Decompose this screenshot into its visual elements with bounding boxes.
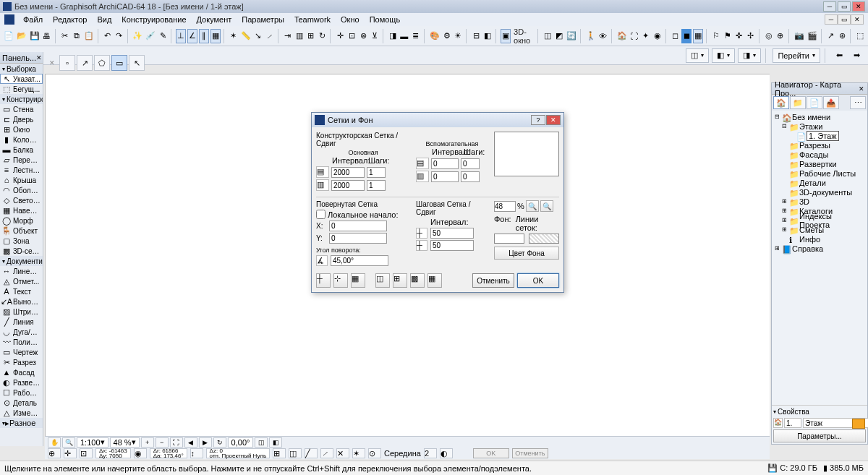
copy-icon[interactable]: ⧉ (72, 29, 82, 43)
tool-arc[interactable]: ◡Дуга/О... (0, 327, 43, 337)
main-steps-y[interactable] (367, 180, 386, 191)
adjust-icon[interactable]: ✛ (335, 29, 345, 43)
fit-icon[interactable]: ⛶ (629, 29, 639, 43)
tool-line[interactable]: ╱Линия (0, 317, 43, 327)
preview-zoom-field[interactable] (494, 201, 516, 212)
lock-icon[interactable]: ⊟ (471, 29, 481, 43)
syringe-icon[interactable]: ✎ (158, 29, 168, 43)
trim-icon[interactable]: ⟋ (265, 29, 275, 43)
render-icon[interactable]: ▦ (693, 29, 703, 43)
tool-worksheet[interactable]: ☐Рабочи... (0, 388, 43, 398)
forward-icon[interactable]: ➡ (849, 48, 864, 63)
pan-icon[interactable]: ✋ (48, 437, 61, 448)
origin-icon[interactable]: ⊕ (48, 448, 61, 458)
mirror-icon[interactable]: ▥ (294, 29, 305, 43)
rotate-view-icon[interactable]: ↻ (213, 437, 226, 448)
redo-icon[interactable]: ↷ (114, 29, 124, 43)
xy-icon[interactable]: ✛ (64, 448, 77, 458)
section-icon[interactable]: ▬ (399, 29, 409, 43)
origin-x-field[interactable] (329, 221, 387, 231)
tool-window[interactable]: ⊞Окно (0, 124, 43, 134)
tool-skylight[interactable]: ◇Светов... (0, 195, 43, 205)
3d-window-icon[interactable]: ▣ (501, 29, 511, 43)
tool-e-icon[interactable]: ◎ (764, 29, 774, 43)
menu-teamwork[interactable]: Teamwork (290, 14, 335, 25)
doc-restore-button[interactable]: ▭ (838, 14, 851, 25)
tool-elevation[interactable]: ▲Фасад (0, 367, 43, 377)
home-icon[interactable]: 🏠 (616, 29, 628, 43)
layers-icon[interactable]: ≣ (411, 29, 421, 43)
tracker-ok-button[interactable]: OK (473, 448, 509, 458)
tool-wall[interactable]: ▭Стена (0, 104, 43, 114)
zoom-fit-icon[interactable]: ⛶ (170, 437, 183, 448)
tool-change[interactable]: △Измене... (0, 408, 43, 418)
grid-color-swatch[interactable] (529, 234, 559, 244)
grid-opt3-icon[interactable]: ▩ (410, 273, 425, 288)
tool-morph[interactable]: ◯Морф (0, 215, 43, 226)
print-icon[interactable]: 🖶 (42, 29, 52, 43)
cut-icon[interactable]: ✂ (60, 29, 70, 43)
snap-point-icon[interactable]: ✶ (229, 29, 239, 43)
nav-tab-project[interactable]: 🏠 (773, 96, 789, 109)
ruler-icon[interactable]: 📏 (240, 29, 252, 43)
angle-field[interactable]: 0,00° (228, 437, 254, 448)
navigator-close-icon[interactable]: ✕ (859, 85, 864, 93)
tool-label[interactable]: ↙AВыносн... (0, 296, 43, 307)
snap-interval-y[interactable] (430, 240, 474, 251)
toolbox-cat-selection[interactable]: Выборка (0, 64, 43, 74)
view-dropdown-3[interactable]: ◨ ▾ (738, 48, 761, 63)
mini-close-icon[interactable]: ✕ (49, 59, 55, 67)
menu-options[interactable]: Параметры (237, 14, 289, 25)
geom-arrow-icon[interactable]: ↗ (77, 55, 93, 71)
goto-dropdown[interactable]: Перейти ▾ (773, 48, 820, 63)
grid-opt1-icon[interactable]: ◫ (375, 273, 390, 288)
menu-window[interactable]: Окно (336, 14, 364, 25)
main-interval-y[interactable] (331, 180, 365, 191)
undo-icon[interactable]: ↶ (103, 29, 113, 43)
sun-icon[interactable]: ☀ (454, 29, 464, 43)
track-opt5-icon[interactable]: ✕ (336, 448, 349, 458)
tool-marquee[interactable]: ⬚Бегущ... (0, 84, 43, 94)
explore-icon[interactable]: ✦ (641, 29, 651, 43)
scale-dropdown[interactable]: 1:100 ▾ (77, 437, 109, 448)
camera-icon[interactable]: 📷 (793, 29, 805, 43)
grid-on-icon[interactable]: ▦ (351, 273, 365, 288)
view-opt1-icon[interactable]: ◫ (255, 437, 268, 448)
dialog-close-button[interactable]: ✕ (546, 115, 561, 125)
tool-d-icon[interactable]: ✢ (746, 29, 756, 43)
menu-file[interactable]: Файл (19, 14, 47, 25)
tool-object[interactable]: 🪑Объект (0, 226, 43, 236)
menu-document[interactable]: Документ (192, 14, 237, 25)
perspective-icon[interactable]: ◫ (542, 29, 553, 43)
background-color-button[interactable]: Цвет Фона (494, 247, 559, 260)
snap-count[interactable]: 2 (424, 448, 437, 458)
tool-fill[interactable]: ▨Штрих... (0, 307, 43, 317)
orbit-icon[interactable]: 🔄 (566, 29, 577, 43)
geom-rect-icon[interactable]: ▭ (111, 55, 127, 71)
track-opt8-icon[interactable]: ◐ (440, 448, 453, 458)
floor-number-field[interactable] (784, 418, 801, 428)
minimize-button[interactable]: ─ (823, 1, 836, 12)
dialog-title-bar[interactable]: Сетки и Фон ? ✕ (312, 113, 563, 127)
track-opt6-icon[interactable]: ✶ (352, 448, 365, 458)
track-opt3-icon[interactable]: ╱ (305, 448, 318, 458)
dialog-cancel-button[interactable]: Отменить (472, 273, 514, 288)
tool-c-icon[interactable]: ✜ (734, 29, 744, 43)
navigator-tree[interactable]: ⊟🏠Без имени ⊟📁Этажи 📄1. Этаж 📁Разрезы 📁Ф… (772, 111, 867, 254)
eyedropper-icon[interactable]: 💉 (145, 29, 156, 43)
tool-interior[interactable]: ◐Развер... (0, 377, 43, 388)
axon-icon[interactable]: ◩ (554, 29, 564, 43)
toolbox-close-icon[interactable]: ✕ (36, 54, 42, 61)
track-opt2-icon[interactable]: ◫ (289, 448, 302, 458)
render-blue-icon[interactable]: ◼ (681, 29, 692, 43)
tool-roof[interactable]: ⌂Крыша (0, 175, 43, 185)
look-icon[interactable]: 👁 (598, 29, 608, 43)
tool-h-icon[interactable]: ⬚ (855, 29, 865, 43)
geom-poly-icon[interactable]: ⬠ (94, 55, 110, 71)
rotate-icon[interactable]: ↻ (317, 29, 327, 43)
gravity-icon[interactable]: ⊻ (370, 29, 380, 43)
main-interval-x[interactable] (331, 167, 365, 178)
menu-design[interactable]: Конструирование (117, 14, 190, 25)
quick-options-icon[interactable] (852, 419, 865, 429)
tool-zone[interactable]: ▢Зона (0, 236, 43, 246)
